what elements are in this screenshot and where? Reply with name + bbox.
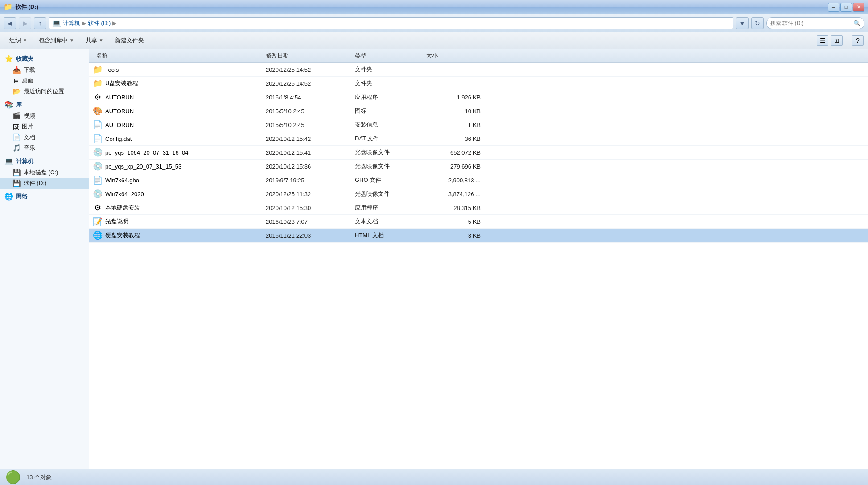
sidebar-section-library: 📚 库 🎬 视频 🖼 图片 📄 文档 🎵 音乐 xyxy=(0,99,89,153)
view-toggle-button[interactable]: ⊞ xyxy=(831,35,843,46)
sidebar-item-local-c[interactable]: 💾 本地磁盘 (C:) xyxy=(0,167,89,178)
table-row[interactable]: 📝 光盘说明 2016/10/23 7:07 文本文档 5 KB xyxy=(89,215,868,229)
file-type: 文件夹 xyxy=(351,78,423,88)
table-row[interactable]: ⚙ AUTORUN 2016/1/8 4:54 应用程序 1,926 KB xyxy=(89,90,868,104)
sidebar-library-header[interactable]: 📚 库 xyxy=(0,99,89,111)
file-icon: 🎨 xyxy=(93,106,103,116)
share-button[interactable]: 共享 ▼ xyxy=(81,34,108,47)
maximize-button[interactable]: □ xyxy=(840,3,852,12)
file-name: 光盘说明 xyxy=(105,218,128,226)
file-rows: 📁 Tools 2020/12/25 14:52 文件夹 📁 U盘安装教程 20… xyxy=(89,63,868,242)
help-button[interactable]: ? xyxy=(852,35,864,46)
file-icon: 📄 xyxy=(93,134,103,144)
sidebar-item-music[interactable]: 🎵 音乐 xyxy=(0,143,89,153)
new-folder-button[interactable]: 新建文件夹 xyxy=(110,34,149,47)
breadcrumb-drive[interactable]: 软件 (D:) xyxy=(88,19,111,27)
sidebar-computer-header[interactable]: 💻 计算机 xyxy=(0,155,89,167)
forward-button[interactable]: ▶ xyxy=(19,17,31,29)
search-input[interactable] xyxy=(770,20,852,26)
back-button[interactable]: ◀ xyxy=(4,17,16,29)
view-button[interactable]: ☰ xyxy=(817,35,828,46)
toolbar: 组织 ▼ 包含到库中 ▼ 共享 ▼ 新建文件夹 ☰ ⊞ ? xyxy=(0,32,868,49)
library-dropdown-icon: ▼ xyxy=(70,38,74,43)
sidebar-item-download[interactable]: 📥 下载 xyxy=(0,65,89,75)
sidebar-section-network: 🌐 网络 xyxy=(0,190,89,202)
breadcrumb-computer-icon: 💻 xyxy=(52,19,61,27)
column-modified[interactable]: 修改日期 xyxy=(262,51,351,61)
sidebar-item-software-d[interactable]: 💾 软件 (D:) xyxy=(0,178,89,189)
file-modified: 2020/10/12 15:36 xyxy=(262,162,351,171)
file-size: 3,874,126 ... xyxy=(423,190,490,198)
addressbar: ◀ ▶ ↑ 💻 计算机 ▶ 软件 (D:) ▶ ▼ ↻ 🔍 xyxy=(0,14,868,32)
file-name-cell: 💿 pe_yqs_1064_20_07_31_16_04 xyxy=(93,147,262,158)
file-size: 1,926 KB xyxy=(423,93,490,102)
up-button[interactable]: ↑ xyxy=(34,17,46,29)
sidebar-network-header[interactable]: 🌐 网络 xyxy=(0,190,89,202)
software-d-icon: 💾 xyxy=(12,179,21,187)
network-label: 网络 xyxy=(16,193,28,201)
sidebar-item-document[interactable]: 📄 文档 xyxy=(0,132,89,143)
file-icon: 📝 xyxy=(93,217,103,226)
file-type: GHO 文件 xyxy=(351,175,423,185)
close-button[interactable]: ✕ xyxy=(853,3,864,12)
column-name[interactable]: 名称 xyxy=(93,51,262,61)
file-icon: 💿 xyxy=(93,161,103,171)
file-name: U盘安装教程 xyxy=(105,79,138,87)
organize-button[interactable]: 组织 ▼ xyxy=(4,34,32,47)
search-icon[interactable]: 🔍 xyxy=(853,20,860,26)
file-modified: 2015/5/10 2:45 xyxy=(262,107,351,115)
file-icon: ⚙ xyxy=(93,203,103,213)
table-row[interactable]: 📄 AUTORUN 2015/5/10 2:45 安装信息 1 KB xyxy=(89,118,868,132)
library-label: 库 xyxy=(16,101,22,109)
sidebar-section-computer: 💻 计算机 💾 本地磁盘 (C:) 💾 软件 (D:) xyxy=(0,155,89,189)
file-name: Win7x64_2020 xyxy=(105,191,144,197)
file-type: HTML 文档 xyxy=(351,230,423,240)
file-name-cell: 🌐 硬盘安装教程 xyxy=(93,230,262,241)
table-row[interactable]: 🎨 AUTORUN 2015/5/10 2:45 图标 10 KB xyxy=(89,104,868,118)
table-row[interactable]: 📄 Config.dat 2020/10/12 15:42 DAT 文件 36 … xyxy=(89,132,868,146)
file-modified: 2020/12/25 14:52 xyxy=(262,66,351,74)
file-name: Config.dat xyxy=(105,136,132,142)
table-row[interactable]: 🌐 硬盘安装教程 2016/11/21 22:03 HTML 文档 3 KB xyxy=(89,229,868,242)
dropdown-button[interactable]: ▼ xyxy=(736,17,749,29)
minimize-button[interactable]: ─ xyxy=(828,3,839,12)
table-row[interactable]: 📄 Win7x64.gho 2019/9/7 19:25 GHO 文件 2,90… xyxy=(89,173,868,187)
document-icon: 📄 xyxy=(12,133,21,141)
video-icon: 🎬 xyxy=(12,112,21,120)
file-name: pe_yqs_xp_20_07_31_15_53 xyxy=(105,163,181,170)
table-row[interactable]: 📁 Tools 2020/12/25 14:52 文件夹 xyxy=(89,63,868,77)
share-label: 共享 xyxy=(86,37,97,45)
file-name-cell: 📄 Config.dat xyxy=(93,133,262,144)
file-name-cell: 🎨 AUTORUN xyxy=(93,105,262,117)
video-label: 视频 xyxy=(24,112,35,120)
column-type[interactable]: 类型 xyxy=(351,51,423,61)
titlebar-title: 软件 (D:) xyxy=(15,3,38,11)
recent-label: 最近访问的位置 xyxy=(24,87,64,95)
table-row[interactable]: 💿 pe_yqs_xp_20_07_31_15_53 2020/10/12 15… xyxy=(89,160,868,173)
table-row[interactable]: ⚙ 本地硬盘安装 2020/10/12 15:30 应用程序 28,315 KB xyxy=(89,201,868,215)
sidebar-favorites-header[interactable]: ⭐ 收藏夹 xyxy=(0,53,89,65)
file-type: 安装信息 xyxy=(351,120,423,130)
column-size[interactable]: 大小 xyxy=(423,51,490,61)
file-modified: 2020/12/25 11:32 xyxy=(262,190,351,198)
table-row[interactable]: 💿 Win7x64_2020 2020/12/25 11:32 光盘映像文件 3… xyxy=(89,187,868,201)
sidebar-item-recent[interactable]: 📂 最近访问的位置 xyxy=(0,86,89,97)
table-row[interactable]: 💿 pe_yqs_1064_20_07_31_16_04 2020/10/12 … xyxy=(89,146,868,160)
file-size: 10 KB xyxy=(423,107,490,115)
file-modified: 2015/5/10 2:45 xyxy=(262,121,351,129)
file-name-cell: 💿 pe_yqs_xp_20_07_31_15_53 xyxy=(93,160,262,172)
file-type: 光盘映像文件 xyxy=(351,148,423,157)
breadcrumb-computer[interactable]: 计算机 xyxy=(63,19,80,27)
titlebar-controls: ─ □ ✕ xyxy=(828,3,864,12)
statusbar-icon: 🟢 xyxy=(5,470,21,485)
statusbar-text: 13 个对象 xyxy=(26,473,52,481)
file-name-cell: ⚙ 本地硬盘安装 xyxy=(93,202,262,214)
library-button[interactable]: 包含到库中 ▼ xyxy=(34,34,79,47)
sidebar-item-image[interactable]: 🖼 图片 xyxy=(0,121,89,132)
sidebar-item-video[interactable]: 🎬 视频 xyxy=(0,111,89,121)
statusbar: 🟢 13 个对象 xyxy=(0,469,868,485)
file-name: Tools xyxy=(105,66,119,73)
refresh-button[interactable]: ↻ xyxy=(751,17,764,29)
sidebar-item-desktop[interactable]: 🖥 桌面 xyxy=(0,75,89,86)
table-row[interactable]: 📁 U盘安装教程 2020/12/25 14:52 文件夹 xyxy=(89,77,868,90)
